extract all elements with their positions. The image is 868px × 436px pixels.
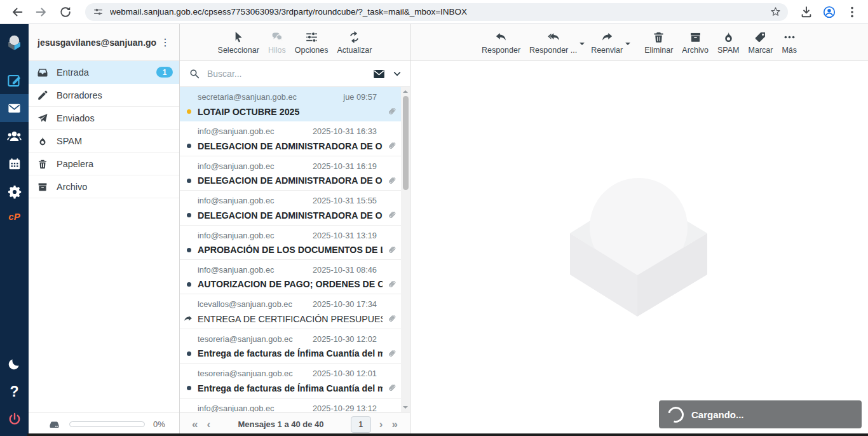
cpanel-logo: cP: [8, 211, 20, 222]
message-row[interactable]: info@sanjuan.gob.ec2025-10-31 15:55 DELE…: [180, 191, 410, 225]
message-subject: Entrega de facturas de Ínfima Cuantía de…: [198, 383, 383, 393]
spam-button[interactable]: SPAM: [713, 31, 744, 55]
reply-button[interactable]: Responder: [477, 31, 525, 55]
message-sender: info@sanjuan.gob.ec: [198, 196, 308, 206]
flame-icon: [37, 135, 48, 147]
options-button[interactable]: Opciones: [290, 31, 333, 55]
message-sender: secretaria@sanjuan.gob.ec: [198, 92, 338, 102]
address-bar[interactable]: webmail.sanjuan.gob.ec/cpsess7753063093/…: [85, 3, 788, 21]
reply-icon: [494, 31, 508, 44]
account-header: jesusgavilanes@sanjuan.gob.... ⋮: [29, 24, 179, 61]
folder-trash[interactable]: Papelera: [29, 153, 179, 175]
message-row[interactable]: tesoreria@sanjuan.gob.ec2025-10-30 12:01…: [180, 364, 410, 398]
attachment-icon: [386, 383, 397, 393]
browser-reload-icon[interactable]: [58, 5, 72, 19]
folder-label: SPAM: [57, 136, 82, 146]
folder-sent[interactable]: Enviados: [29, 107, 179, 130]
help-button[interactable]: ?: [0, 378, 29, 405]
search-scope-envelope-icon[interactable]: [372, 67, 386, 81]
prev-page-button[interactable]: ‹: [202, 419, 215, 430]
select-button[interactable]: Seleccionar: [214, 31, 264, 55]
message-row[interactable]: info@sanjuan.gob.ec2025-10-31 08:46 AUTO…: [180, 260, 410, 294]
scroll-down-arrow-icon[interactable]: [403, 406, 408, 409]
list-toolbar: Seleccionar Hilos Opciones Actualizar: [180, 24, 410, 61]
nav-cpanel-button[interactable]: cP: [0, 206, 29, 226]
message-date: 2025-10-29 13:12: [313, 404, 377, 412]
search-options-chevron-icon[interactable]: [392, 69, 402, 79]
folder-spam[interactable]: SPAM: [29, 130, 179, 153]
compose-button[interactable]: [0, 66, 29, 94]
folder-drafts[interactable]: Borradores: [29, 84, 179, 107]
nav-mail-button[interactable]: [0, 94, 29, 122]
browser-back-icon[interactable]: [10, 5, 24, 19]
ellipsis-icon: [783, 31, 796, 44]
account-email: jesusgavilanes@sanjuan.gob....: [37, 37, 156, 48]
scroll-up-arrow-icon[interactable]: [403, 90, 408, 93]
delete-button[interactable]: Eliminar: [640, 31, 677, 55]
refresh-icon: [348, 31, 361, 44]
forward-caret-icon[interactable]: [625, 43, 630, 48]
scrollbar-thumb[interactable]: [403, 96, 409, 190]
more-button[interactable]: Más: [777, 31, 801, 55]
message-sender: tesoreria@sanjuan.gob.ec: [198, 334, 308, 344]
message-sender: info@sanjuan.gob.ec: [198, 404, 308, 412]
search-icon: [189, 68, 200, 79]
unread-dot-icon: [187, 351, 191, 356]
select-label: Seleccionar: [218, 46, 259, 55]
message-row[interactable]: lcevallos@sanjuan.gob.ec2025-10-30 17:34…: [180, 294, 410, 329]
nav-calendar-button[interactable]: [0, 150, 29, 178]
message-list-pane: Seleccionar Hilos Opciones Actualizar: [180, 24, 410, 436]
attachment-icon: [386, 175, 397, 186]
archive-button[interactable]: Archivo: [677, 31, 713, 55]
list-scrollbar[interactable]: [401, 87, 410, 412]
message-row[interactable]: secretaria@sanjuan.gob.ecjue 09:57 LOTAI…: [180, 87, 410, 121]
message-row[interactable]: tesoreria@sanjuan.gob.ec2025-10-30 12:02…: [180, 329, 410, 364]
reply-all-button[interactable]: Responder ...: [525, 31, 581, 55]
logout-button[interactable]: [0, 405, 29, 433]
folder-archive[interactable]: Archivo: [29, 175, 179, 198]
browser-forward-icon[interactable]: [34, 5, 48, 19]
last-page-button[interactable]: »: [388, 419, 402, 430]
folder-label: Enviados: [57, 113, 95, 123]
threads-icon: [270, 31, 283, 44]
quota-percent: 0%: [153, 419, 165, 429]
forward-icon: [600, 31, 614, 44]
reply-all-caret-icon[interactable]: [580, 43, 585, 48]
dark-mode-button[interactable]: [0, 350, 29, 378]
search-input[interactable]: [206, 68, 367, 79]
nav-settings-button[interactable]: [0, 178, 29, 206]
account-menu-icon[interactable]: ⋮: [156, 35, 174, 50]
downloads-icon[interactable]: [799, 5, 813, 19]
unread-dot-icon: [187, 144, 191, 148]
message-toolbar: Responder Responder ... Reenviar Elimina…: [410, 24, 868, 61]
delete-label: Eliminar: [644, 46, 673, 55]
message-row[interactable]: info@sanjuan.gob.ec2025-10-31 16:33 DELE…: [180, 121, 410, 156]
bookmark-star-icon[interactable]: [770, 6, 782, 18]
nav-contacts-button[interactable]: [0, 122, 29, 150]
message-row[interactable]: info@sanjuan.gob.ec2025-10-31 13:19 APRO…: [180, 226, 410, 260]
refresh-button[interactable]: Actualizar: [333, 31, 377, 55]
archive-icon: [689, 31, 702, 44]
refresh-label: Actualizar: [337, 46, 372, 55]
message-row[interactable]: info@sanjuan.gob.ec2025-10-31 16:19 DELE…: [180, 156, 410, 191]
message-row[interactable]: info@sanjuan.gob.ec2025-10-29 13:12: [180, 399, 410, 412]
folder-inbox[interactable]: Entrada 1: [29, 61, 179, 84]
trash-icon: [652, 31, 665, 44]
message-subject: AUTORIZACION DE PAGO; ORDENES DE CO…: [198, 279, 383, 289]
url-text[interactable]: webmail.sanjuan.gob.ec/cpsess7753063093/…: [110, 7, 770, 17]
spam-label: SPAM: [717, 46, 740, 55]
next-page-button[interactable]: ›: [375, 419, 388, 430]
reply-label: Responder: [482, 46, 520, 55]
unread-badge: 1: [156, 67, 173, 78]
forward-button[interactable]: Reenviar: [587, 31, 627, 55]
browser-menu-icon[interactable]: [845, 5, 859, 19]
profile-icon[interactable]: [822, 5, 836, 19]
attachment-icon: [386, 140, 397, 151]
page-number-input[interactable]: 1: [351, 416, 371, 433]
site-settings-icon[interactable]: [93, 6, 104, 17]
threads-button[interactable]: Hilos: [264, 31, 290, 55]
folder-label: Borradores: [57, 90, 102, 100]
first-page-button[interactable]: «: [187, 419, 202, 430]
mark-button[interactable]: Marcar: [744, 31, 778, 55]
message-date: 2025-10-30 17:34: [313, 299, 377, 310]
